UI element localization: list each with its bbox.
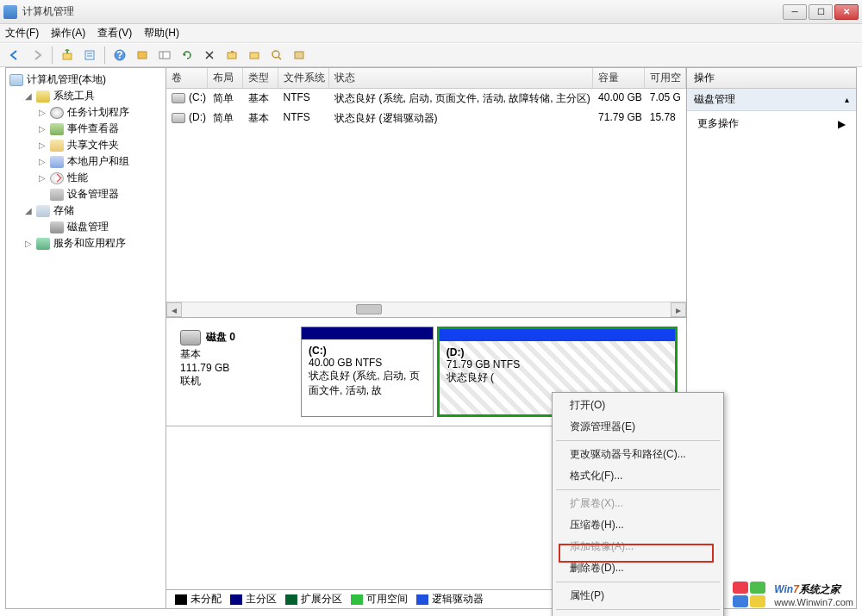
search-icon[interactable] <box>267 46 286 65</box>
device-icon <box>50 189 64 201</box>
tree-shared-folders[interactable]: ▷共享文件夹 <box>35 137 164 153</box>
tree-event-viewer[interactable]: ▷事件查看器 <box>35 121 164 137</box>
ctx-properties[interactable]: 属性(P) <box>554 585 721 607</box>
expand-icon[interactable]: ▷ <box>37 124 47 134</box>
col-status[interactable]: 状态 <box>329 68 593 88</box>
chevron-right-icon: ▶ <box>838 118 846 130</box>
ctx-mirror: 添加镜像(A)... <box>554 536 721 557</box>
toolbar-icon-1[interactable] <box>133 46 152 65</box>
tree-device-manager[interactable]: 设备管理器 <box>35 186 164 202</box>
scroll-right-icon[interactable]: ▸ <box>671 302 686 317</box>
ctx-help[interactable]: 帮助(H) <box>554 613 721 616</box>
minimize-button[interactable]: ─ <box>783 4 807 20</box>
expand-icon[interactable]: ▷ <box>37 173 47 183</box>
expand-icon[interactable]: ▷ <box>37 157 47 166</box>
scrollbar-thumb[interactable] <box>356 304 382 314</box>
back-button[interactable] <box>5 46 24 65</box>
forward-button[interactable] <box>28 46 47 65</box>
horizontal-scrollbar[interactable]: ◂ ▸ <box>166 302 686 317</box>
menu-view[interactable]: 查看(V) <box>97 26 132 40</box>
toolbar-icon-5[interactable] <box>290 46 309 65</box>
ctx-shrink[interactable]: 压缩卷(H)... <box>554 514 721 536</box>
actions-section[interactable]: 磁盘管理 ▴ <box>687 89 856 111</box>
wrench-icon <box>36 90 50 103</box>
expand-icon[interactable]: ▷ <box>37 108 47 117</box>
col-type[interactable]: 类型 <box>243 68 278 88</box>
tree-disk-management[interactable]: 磁盘管理 <box>35 219 164 235</box>
table-row[interactable]: (D:) 简单 基本 NTFS 状态良好 (逻辑驱动器) 71.79 GB 15… <box>166 109 686 128</box>
menu-file[interactable]: 文件(F) <box>5 26 39 40</box>
help-icon[interactable]: ? <box>110 46 129 65</box>
refresh-icon[interactable] <box>178 46 197 65</box>
up-icon[interactable] <box>58 46 77 65</box>
tree-label: 服务和应用程序 <box>53 236 126 251</box>
volume-icon <box>172 93 185 103</box>
svg-rect-0 <box>63 53 72 59</box>
ctx-open[interactable]: 打开(O) <box>554 395 721 416</box>
ctx-format[interactable]: 格式化(F)... <box>554 465 721 487</box>
svg-rect-10 <box>250 53 259 59</box>
tree-label: 任务计划程序 <box>67 105 129 120</box>
tree-system-tools[interactable]: ◢ 系统工具 <box>22 88 164 104</box>
close-button[interactable]: ✕ <box>834 4 859 20</box>
svg-text:?: ? <box>116 49 122 61</box>
ctx-explorer[interactable]: 资源管理器(E) <box>554 416 721 438</box>
toolbar-icon-3[interactable] <box>222 46 241 65</box>
performance-icon <box>50 172 64 184</box>
app-icon <box>3 5 17 19</box>
disk-drive-icon <box>180 330 201 345</box>
tree-root[interactable]: 计算机管理(本地) <box>8 72 164 88</box>
expand-icon[interactable]: ▷ <box>23 239 33 248</box>
table-row[interactable]: (C:) 简单 基本 NTFS 状态良好 (系统, 启动, 页面文件, 活动, … <box>166 89 686 109</box>
collapse-icon: ▴ <box>845 95 849 104</box>
table-body: (C:) 简单 基本 NTFS 状态良好 (系统, 启动, 页面文件, 活动, … <box>166 89 686 302</box>
collapse-icon[interactable]: ◢ <box>23 206 33 215</box>
actions-more[interactable]: 更多操作 ▶ <box>687 111 856 136</box>
toolbar-icon-2[interactable] <box>155 46 174 65</box>
delete-icon[interactable] <box>200 46 219 65</box>
properties-icon[interactable] <box>80 46 99 65</box>
actions-header: 操作 <box>687 68 856 89</box>
scroll-left-icon[interactable]: ◂ <box>166 302 182 317</box>
window-title: 计算机管理 <box>22 4 783 19</box>
tree-root-label: 计算机管理(本地) <box>27 72 106 87</box>
svg-rect-9 <box>228 53 236 59</box>
watermark: Win7系统之家 www.Winwin7.com <box>733 581 853 607</box>
svg-rect-6 <box>138 52 147 59</box>
menu-action[interactable]: 操作(A) <box>51 26 85 40</box>
tree-services[interactable]: ▷ 服务和应用程序 <box>22 235 164 252</box>
tree-label: 性能 <box>67 171 88 185</box>
tree-label: 存储 <box>53 203 74 218</box>
titlebar: 计算机管理 ─ ☐ ✕ <box>0 0 862 24</box>
window-buttons: ─ ☐ ✕ <box>783 4 859 20</box>
ctx-change-letter[interactable]: 更改驱动器号和路径(C)... <box>554 444 721 465</box>
menubar: 文件(F) 操作(A) 查看(V) 帮助(H) <box>0 24 862 43</box>
col-layout[interactable]: 布局 <box>208 68 243 88</box>
tree-storage[interactable]: ◢ 存储 <box>22 202 164 219</box>
tree-task-scheduler[interactable]: ▷任务计划程序 <box>35 104 164 121</box>
storage-icon <box>36 205 50 217</box>
tree-local-users[interactable]: ▷本地用户和组 <box>35 153 164 170</box>
legend-swatch <box>285 594 297 605</box>
partition-c[interactable]: (C:) 40.00 GB NTFS 状态良好 (系统, 启动, 页面文件, 活… <box>301 327 434 417</box>
toolbar-icon-4[interactable] <box>245 46 264 65</box>
ctx-extend: 扩展卷(X)... <box>554 493 721 514</box>
legend-swatch <box>416 594 428 605</box>
clock-icon <box>50 107 64 119</box>
users-icon <box>50 156 64 168</box>
tree-performance[interactable]: ▷性能 <box>35 170 164 186</box>
collapse-icon[interactable]: ◢ <box>23 91 33 101</box>
disk-icon <box>50 221 64 233</box>
legend-swatch <box>351 594 363 605</box>
menu-help[interactable]: 帮助(H) <box>144 26 179 40</box>
col-free[interactable]: 可用空 <box>645 68 686 88</box>
volume-table: 卷 布局 类型 文件系统 状态 容量 可用空 (C:) 简单 基本 NTFS 状… <box>166 68 686 318</box>
ctx-delete[interactable]: 删除卷(D)... <box>554 557 721 579</box>
disk-info[interactable]: 磁盘 0 基本 111.79 GB 联机 <box>175 327 296 417</box>
event-icon <box>50 123 64 135</box>
col-fs[interactable]: 文件系统 <box>278 68 330 88</box>
col-volume[interactable]: 卷 <box>166 68 208 88</box>
maximize-button[interactable]: ☐ <box>809 4 833 20</box>
col-capacity[interactable]: 容量 <box>593 68 645 88</box>
expand-icon[interactable]: ▷ <box>37 140 47 150</box>
